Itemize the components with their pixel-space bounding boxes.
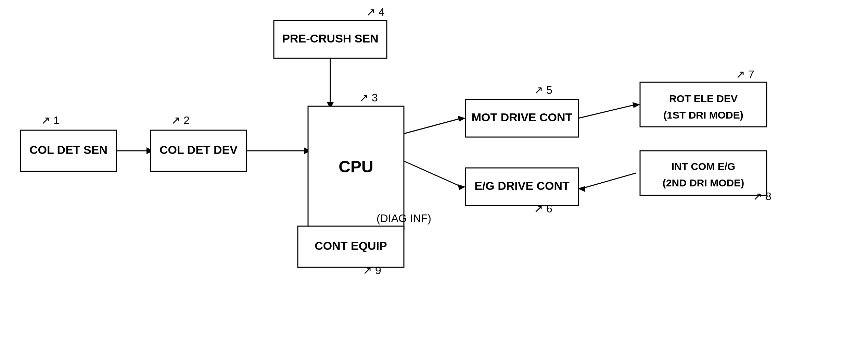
arrowhead-4	[458, 116, 465, 122]
label-diag-inf: (DIAG INF)	[376, 212, 431, 224]
label-col-det-dev: COL DET DEV	[159, 143, 238, 156]
arrowhead-5	[458, 184, 465, 190]
label-mot-drive-cont: MOT DRIVE CONT	[472, 111, 573, 124]
number-2: ↗ 2	[171, 114, 190, 126]
number-4: ↗ 4	[366, 6, 385, 18]
arrowhead-6	[633, 102, 640, 108]
number-1: ↗ 1	[41, 114, 60, 126]
number-6: ↗ 6	[534, 203, 552, 215]
arrow-4	[404, 118, 461, 134]
label-cpu: CPU	[339, 158, 373, 176]
number-7: ↗ 7	[736, 68, 754, 81]
label-int-com-eg-2: (2ND DRI MODE)	[663, 177, 744, 188]
arrow-5	[404, 161, 461, 187]
label-eg-drive-cont: E/G DRIVE CONT	[474, 179, 570, 192]
label-int-com-eg-1: INT COM E/G	[672, 161, 736, 172]
number-3: ↗ 3	[359, 91, 378, 104]
arrow-7	[582, 173, 636, 188]
label-cont-equip: CONT EQUIP	[315, 239, 387, 252]
number-9: ↗ 9	[363, 264, 381, 277]
arrow-6	[578, 105, 636, 118]
number-5: ↗ 5	[534, 84, 552, 96]
number-8: ↗ 8	[753, 190, 771, 203]
label-col-det-sen: COL DET SEN	[29, 143, 107, 156]
label-rot-ele-dev-1: ROT ELE DEV	[669, 93, 738, 104]
box-int-com-eg	[640, 151, 767, 195]
label-rot-ele-dev-2: (1ST DRI MODE)	[663, 109, 743, 121]
diagram-container: COL DET SEN ↗ 1 COL DET DEV ↗ 2 PRE-CRUS…	[0, 0, 868, 355]
label-pre-crush-sen: PRE-CRUSH SEN	[282, 32, 378, 45]
